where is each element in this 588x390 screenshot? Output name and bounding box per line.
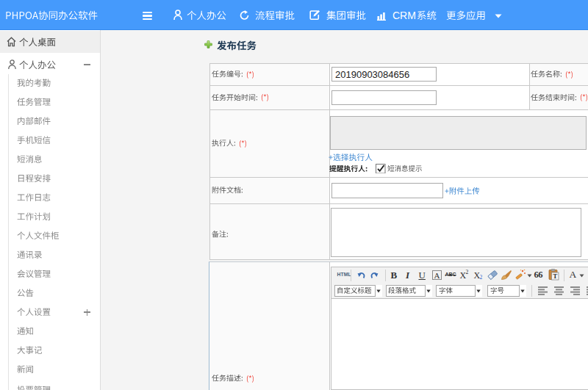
svg-text:T: T (553, 272, 557, 280)
